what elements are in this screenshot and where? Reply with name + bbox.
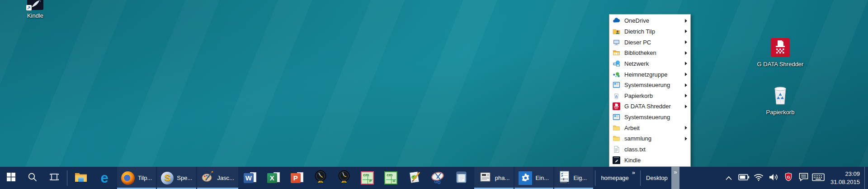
clock-app-2-button[interactable]: .16 (332, 167, 356, 189)
gdata-tray-button[interactable]: G (781, 167, 796, 189)
touch-keyboard-button[interactable] (811, 167, 826, 189)
cm-grid-app-2-button[interactable]: cmH (379, 167, 403, 189)
gdata-shredder-icon (771, 38, 790, 59)
taskbar-window-firefox[interactable]: Tilp... (117, 167, 156, 189)
menu-item-papierkorb[interactable]: Papierkorb (609, 90, 690, 101)
taskbar-window-settings[interactable]: Ein... (514, 167, 553, 189)
libraries-icon (613, 49, 620, 57)
svg-text:.16: .16 (343, 181, 346, 183)
menu-item-sammlung[interactable]: sammlung (609, 133, 690, 144)
powerpoint-button[interactable]: P (285, 167, 309, 189)
desktop-icon-label: Papierkorb (766, 109, 795, 116)
menu-item-dieser-pc[interactable]: Dieser PC (609, 37, 690, 48)
taskbar: e Tilp... S Spe... Jasc... W X P .15 (0, 167, 868, 189)
desktop-background: Kindle G DATA Shredder (0, 0, 868, 189)
show-hidden-icons-button[interactable] (722, 167, 736, 189)
show-desktop-button[interactable] (864, 167, 868, 189)
svg-text:G: G (787, 174, 791, 179)
taskbar-window-label: Ein... (535, 174, 549, 181)
taskbar-separator (640, 170, 641, 186)
menu-item-gdata-shredder[interactable]: G DATA Shredder (609, 101, 690, 112)
folder-icon (613, 124, 620, 132)
submenu-arrow-icon (685, 29, 687, 33)
taskbar-window-properties[interactable]: ... Eig... (554, 167, 593, 189)
submenu-arrow-icon (685, 51, 687, 55)
toolbar-label[interactable]: Desktop (646, 174, 668, 181)
excel-icon: X (267, 172, 280, 184)
menu-item-systemsteuerung[interactable]: Systemsteuerung (609, 80, 690, 91)
submenu-arrow-icon (685, 73, 687, 76)
taskbar-window-jasc[interactable]: Jasc... (197, 167, 238, 189)
menu-item-label: sammlung (624, 135, 651, 142)
tray-time: 23:09 (830, 170, 860, 178)
menu-item-systemsteuerung-2[interactable]: Systemsteuerung (609, 112, 690, 123)
shortcut-arrow-icon (26, 5, 32, 10)
settings-gear-icon (519, 171, 532, 185)
menu-item-label: Bibliotheken (624, 49, 656, 56)
gdata-shield-icon: G (784, 172, 793, 184)
system-tray: G 23:09 31.08.2015 (722, 167, 868, 189)
word-button[interactable]: W (238, 167, 262, 189)
excel-button[interactable]: X (262, 167, 285, 189)
submenu-arrow-icon (685, 19, 687, 23)
text-file-icon (613, 145, 620, 153)
menu-item-onedrive[interactable]: OneDrive (609, 15, 690, 26)
menu-item-class-txt[interactable]: class.txt (609, 144, 690, 155)
submenu-arrow-icon (685, 40, 687, 44)
toolbar-chevron-button-pressed[interactable]: » (671, 167, 679, 189)
desktop-icon-papierkorb[interactable]: Papierkorb (751, 85, 809, 116)
menu-item-label: G DATA Shredder (624, 103, 671, 110)
snipping-tool-button[interactable] (426, 167, 450, 189)
onedrive-cloud-icon (613, 17, 620, 24)
submenu-arrow-icon (685, 105, 687, 108)
menu-item-bibliotheken[interactable]: Bibliotheken (609, 48, 690, 58)
checklist-icon: ... (558, 171, 570, 185)
keyboard-icon (812, 173, 825, 183)
folder-icon (613, 135, 620, 142)
word-icon: W (244, 172, 256, 184)
menu-item-label: OneDrive (624, 17, 649, 24)
menu-item-label: class.txt (624, 146, 646, 153)
task-view-button[interactable] (43, 167, 65, 189)
battery-tray-button[interactable] (736, 167, 751, 189)
toolbar-chevron-button[interactable]: » (631, 169, 637, 176)
taskbar-window-label: pha... (495, 174, 510, 181)
start-button[interactable] (0, 167, 22, 189)
shredder-icon (613, 102, 620, 110)
snipping-tool-icon (431, 170, 445, 186)
tray-clock[interactable]: 23:09 31.08.2015 (826, 170, 864, 186)
menu-item-label: Arbeit (624, 125, 640, 131)
wifi-tray-button[interactable] (751, 167, 766, 189)
desktop-icon-gdata-shredder[interactable]: G DATA Shredder (751, 38, 809, 68)
submenu-arrow-icon (685, 126, 687, 130)
action-center-button[interactable] (796, 167, 811, 189)
svg-text:...: ... (568, 181, 570, 184)
menu-item-heimnetzgruppe[interactable]: Heimnetzgruppe (609, 69, 690, 80)
menu-item-label: Systemsteuerung (624, 114, 670, 121)
menu-item-kindle[interactable]: Kindle (609, 155, 690, 165)
menu-item-label: Netzwerk (624, 60, 649, 67)
volume-tray-button[interactable] (766, 167, 781, 189)
edge-icon: e (100, 171, 108, 185)
toolbar-label[interactable]: homepage (601, 174, 628, 181)
edge-button[interactable]: e (93, 167, 116, 189)
submenu-arrow-icon (685, 137, 687, 141)
clock-app-1-button[interactable]: .15 (309, 167, 332, 189)
taskbar-window-label: Spe... (177, 174, 192, 181)
windows-logo-icon (7, 173, 15, 183)
search-button[interactable] (22, 167, 43, 189)
menu-item-arbeit[interactable]: Arbeit (609, 122, 690, 133)
menu-item-label: Systemsteuerung (624, 82, 670, 88)
action-center-icon (798, 172, 809, 184)
menu-item-netzwerk[interactable]: Netzwerk (609, 58, 690, 69)
cm-grid-app-1-button[interactable]: cmP (356, 167, 379, 189)
document-pencil-app-button[interactable] (403, 167, 426, 189)
taskbar-window-s-app[interactable]: S Spe... (157, 167, 196, 189)
taskbar-window-pha[interactable]: pha... (474, 167, 514, 189)
menu-item-dietrich-tilp[interactable]: Dietrich Tilp (609, 26, 690, 37)
file-explorer-button[interactable] (69, 167, 93, 189)
notepad-button[interactable] (450, 167, 473, 189)
taskbar-separator (595, 170, 595, 186)
document-pencil-icon (408, 170, 421, 186)
desktop-icon-kindle[interactable]: Kindle (8, 0, 62, 19)
